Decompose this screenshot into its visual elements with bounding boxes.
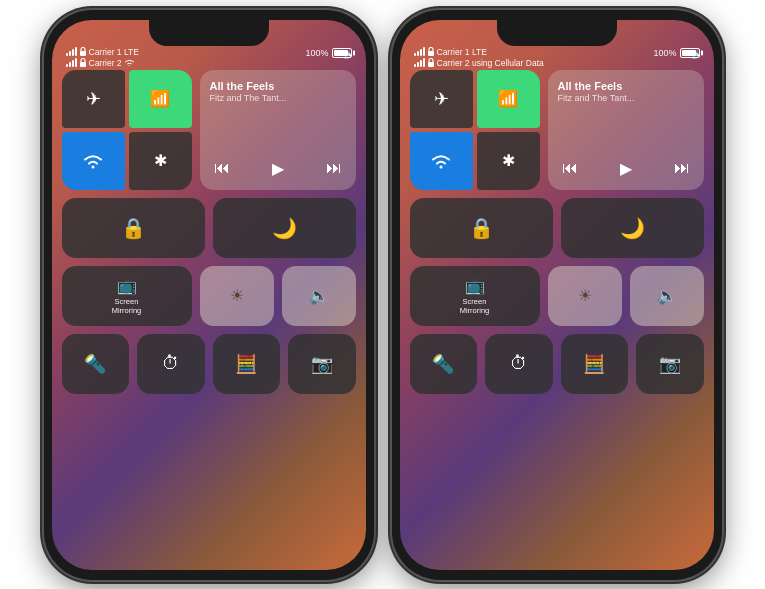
cell-btn-2[interactable]: 📶 bbox=[477, 70, 540, 128]
do-not-disturb-btn-2[interactable]: 🌙 bbox=[561, 198, 704, 258]
carrier1-label: Carrier 1 LTE bbox=[89, 47, 139, 57]
next-btn-1[interactable]: ⏭ bbox=[322, 157, 346, 179]
camera-btn-1[interactable]: 📷 bbox=[288, 334, 356, 394]
carrier2-line-2: Carrier 2 using Cellular Data bbox=[414, 58, 700, 68]
cell-btn-1[interactable]: 📶 bbox=[129, 70, 192, 128]
screen-mirror-btn-2[interactable]: 📺 ScreenMirroring bbox=[410, 266, 540, 326]
signal-bars-1 bbox=[66, 47, 77, 56]
connectivity-group-1: ✈ 📶 bbox=[62, 70, 192, 190]
now-playing-2[interactable]: All the Feels Fitz and The Tant... ⏮ ▶ ⏭ bbox=[548, 70, 704, 190]
airplane-icon-2: ✈ bbox=[434, 88, 449, 110]
airplane-icon-1: ✈ bbox=[86, 88, 101, 110]
wifi-btn-2[interactable] bbox=[410, 132, 473, 190]
now-playing-title-2: All the Feels bbox=[558, 80, 694, 93]
connectivity-group-2: ✈ 📶 ✱ bbox=[410, 70, 540, 190]
cc-row2-2: 🔒 🌙 bbox=[410, 198, 704, 258]
wifi-btn-1[interactable] bbox=[62, 132, 125, 190]
control-center-1: ✈ 📶 bbox=[62, 70, 356, 550]
timer-icon-2: ⏱ bbox=[510, 353, 528, 374]
battery-icon-2 bbox=[680, 48, 700, 58]
phone-1-screen: Carrier 1 LTE Carrier 2 bbox=[52, 20, 366, 570]
wifi-btn-icon-2 bbox=[430, 152, 452, 170]
battery-percent-1: 100% bbox=[305, 48, 328, 58]
now-playing-controls-2: ⏮ ▶ ⏭ bbox=[558, 157, 694, 180]
moon-icon-2: 🌙 bbox=[620, 216, 645, 240]
bluetooth-btn-2[interactable]: ✱ bbox=[477, 132, 540, 190]
svg-point-2 bbox=[92, 165, 95, 168]
timer-icon-1: ⏱ bbox=[162, 353, 180, 374]
phone-2-screen: Carrier 1 LTE Carrier 2 using Cellular D… bbox=[400, 20, 714, 570]
camera-icon-1: 📷 bbox=[311, 353, 333, 375]
now-playing-info-2: All the Feels Fitz and The Tant... bbox=[558, 80, 694, 105]
calculator-btn-1[interactable]: 🧮 bbox=[213, 334, 281, 394]
flashlight-btn-2[interactable]: 🔦 bbox=[410, 334, 478, 394]
lock-rotation-btn-2[interactable]: 🔒 bbox=[410, 198, 553, 258]
now-playing-title-1: All the Feels bbox=[210, 80, 346, 93]
bluetooth-icon-2: ✱ bbox=[502, 151, 515, 170]
screen-mirror-icon-2: 📺 bbox=[465, 276, 485, 295]
prev-btn-1[interactable]: ⏮ bbox=[210, 157, 234, 179]
flashlight-btn-1[interactable]: 🔦 bbox=[62, 334, 130, 394]
lock-rotation-icon-2: 🔒 bbox=[469, 216, 494, 240]
cc-row4-2: 🔦 ⏱ 🧮 📷 bbox=[410, 334, 704, 394]
phone-2: Carrier 1 LTE Carrier 2 using Cellular D… bbox=[392, 10, 722, 580]
airplane-btn-2[interactable]: ✈ bbox=[410, 70, 473, 128]
calculator-btn-2[interactable]: 🧮 bbox=[561, 334, 629, 394]
now-playing-1[interactable]: All the Feels Fitz and The Tant... ⏮ ▶ ⏭ bbox=[200, 70, 356, 190]
volume-btn-2[interactable]: 🔈 bbox=[630, 266, 704, 326]
carrier2-label: Carrier 2 bbox=[89, 58, 122, 68]
timer-btn-2[interactable]: ⏱ bbox=[485, 334, 553, 394]
flashlight-icon-2: 🔦 bbox=[432, 353, 454, 375]
prev-btn-2[interactable]: ⏮ bbox=[558, 157, 582, 179]
camera-icon-2: 📷 bbox=[659, 353, 681, 375]
volume-btn-1[interactable]: 🔈 bbox=[282, 266, 356, 326]
do-not-disturb-btn-1[interactable]: 🌙 bbox=[213, 198, 356, 258]
notch-2 bbox=[497, 20, 617, 46]
bluetooth-btn-1[interactable]: ✱ bbox=[129, 132, 192, 190]
carrier1-label-2: Carrier 1 LTE bbox=[437, 47, 487, 57]
now-playing-controls-1: ⏮ ▶ ⏭ bbox=[210, 157, 346, 180]
lock-icon-1 bbox=[79, 47, 87, 56]
cc-row1-1: ✈ 📶 bbox=[62, 70, 356, 190]
airplane-btn-1[interactable]: ✈ bbox=[62, 70, 125, 128]
battery-icon-1 bbox=[332, 48, 352, 58]
lock-rotation-btn-1[interactable]: 🔒 bbox=[62, 198, 205, 258]
brightness-icon-2: ☀ bbox=[578, 286, 592, 305]
flashlight-icon-1: 🔦 bbox=[84, 353, 106, 375]
battery-fill-1 bbox=[334, 50, 348, 56]
brightness-icon-1: ☀ bbox=[230, 286, 244, 305]
brightness-btn-2[interactable]: ☀ bbox=[548, 266, 622, 326]
bluetooth-icon-1: ✱ bbox=[154, 151, 167, 170]
screen-mirror-btn-1[interactable]: 📺 ScreenMirroring bbox=[62, 266, 192, 326]
volume-icon-1: 🔈 bbox=[309, 286, 329, 305]
svg-point-5 bbox=[440, 165, 443, 168]
phone-1: Carrier 1 LTE Carrier 2 bbox=[44, 10, 374, 580]
play-btn-2[interactable]: ▶ bbox=[616, 157, 636, 180]
play-btn-1[interactable]: ▶ bbox=[268, 157, 288, 180]
cc-row4-1: 🔦 ⏱ 🧮 📷 bbox=[62, 334, 356, 394]
carrier2-label-2: Carrier 2 using Cellular Data bbox=[437, 58, 544, 68]
calculator-icon-1: 🧮 bbox=[235, 353, 257, 375]
wifi-icon-1 bbox=[124, 58, 135, 67]
brightness-btn-1[interactable]: ☀ bbox=[200, 266, 274, 326]
now-playing-artist-2: Fitz and The Tant... bbox=[558, 93, 694, 105]
next-btn-2[interactable]: ⏭ bbox=[670, 157, 694, 179]
svg-rect-1 bbox=[80, 62, 86, 67]
timer-btn-1[interactable]: ⏱ bbox=[137, 334, 205, 394]
cc-row3-2: 📺 ScreenMirroring ☀ 🔈 bbox=[410, 266, 704, 326]
lock-icon-2 bbox=[79, 58, 87, 67]
screen-mirror-icon-1: 📺 bbox=[117, 276, 137, 295]
signal-bars-3 bbox=[414, 47, 425, 56]
now-playing-artist-1: Fitz and The Tant... bbox=[210, 93, 346, 105]
camera-btn-2[interactable]: 📷 bbox=[636, 334, 704, 394]
carrier2-line: Carrier 2 bbox=[66, 58, 352, 68]
battery-status-1: 100% bbox=[305, 48, 351, 58]
battery-fill-2 bbox=[682, 50, 696, 56]
moon-icon-1: 🌙 bbox=[272, 216, 297, 240]
svg-rect-0 bbox=[80, 51, 86, 56]
signal-bars-4 bbox=[414, 58, 425, 67]
notch-1 bbox=[149, 20, 269, 46]
volume-icon-2: 🔈 bbox=[657, 286, 677, 305]
cc-row1-2: ✈ 📶 ✱ bbox=[410, 70, 704, 190]
screen-mirror-label-2: ScreenMirroring bbox=[460, 297, 490, 315]
